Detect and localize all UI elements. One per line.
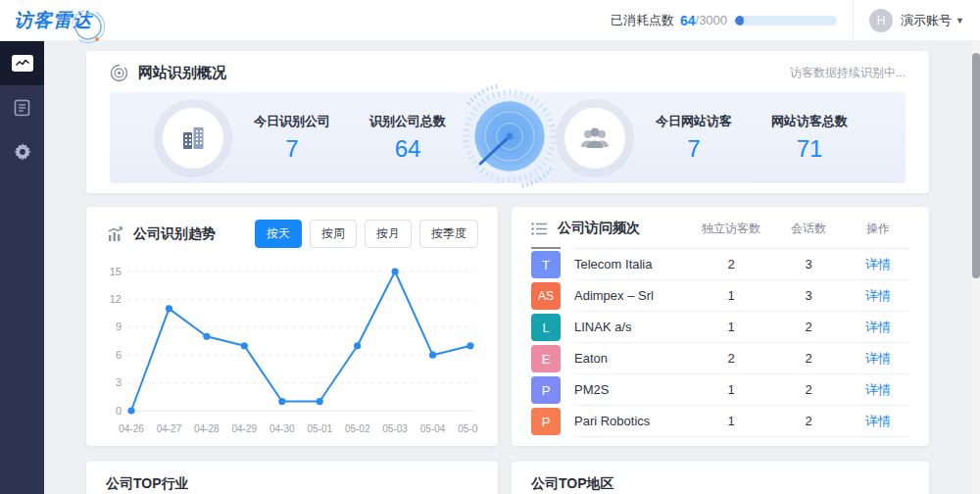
top-industry-title: 公司TOP行业 xyxy=(106,475,478,493)
trend-line-chart: 0369121504-2604-2704-2804-2904-3005-0105… xyxy=(106,258,478,444)
sessions-value: 2 xyxy=(770,382,847,397)
app-logo[interactable]: 访客雷达 xyxy=(0,8,137,33)
svg-text:9: 9 xyxy=(116,321,122,332)
topbar-divider xyxy=(853,0,854,41)
detail-link[interactable]: 详情 xyxy=(847,381,909,399)
table-row: EEaton22详情 xyxy=(531,343,909,374)
trend-tab-0[interactable]: 按天 xyxy=(255,220,302,248)
stat-value: 7 xyxy=(647,135,741,163)
scrollbar-thumb[interactable] xyxy=(972,53,980,278)
svg-text:05-02: 05-02 xyxy=(345,423,370,434)
document-list-icon xyxy=(14,99,30,117)
stat-label: 识别公司总数 xyxy=(361,113,455,130)
svg-text:04-26: 04-26 xyxy=(119,423,144,434)
table-row: ASAdimpex – Srl13详情 xyxy=(531,280,909,312)
list-icon xyxy=(531,222,548,236)
company-name: Adimpex – Srl xyxy=(574,288,692,303)
table-row: PPM2S12详情 xyxy=(531,374,909,406)
company-avatar: P xyxy=(531,376,561,404)
sessions-value: 2 xyxy=(770,320,847,334)
detail-link[interactable]: 详情 xyxy=(847,287,909,305)
svg-text:0: 0 xyxy=(116,405,122,417)
chevron-down-icon: ▼ xyxy=(956,16,964,25)
company-name: Pari Robotics xyxy=(574,414,692,428)
stat-visitors-total: 网站访客总数 71 xyxy=(762,113,857,163)
overview-title: 网站识别概况 xyxy=(138,64,226,82)
trend-chart-icon xyxy=(106,226,123,242)
company-name: Eaton xyxy=(574,351,692,366)
company-avatar: T xyxy=(531,251,561,278)
visitors-people-icon xyxy=(564,108,625,169)
detail-link[interactable]: 详情 xyxy=(847,350,909,368)
svg-text:12: 12 xyxy=(110,293,122,305)
svg-text:05-01: 05-01 xyxy=(307,423,332,434)
detail-link[interactable]: 详情 xyxy=(847,256,909,273)
sidebar xyxy=(0,41,44,494)
gear-icon xyxy=(14,143,31,161)
top-region-title: 公司TOP地区 xyxy=(531,475,909,493)
points-consumed-label: 已消耗点数 xyxy=(611,12,674,29)
sessions-value: 2 xyxy=(770,351,847,366)
top-bar: 访客雷达 已消耗点数 64 /3000 H 演示账号 ▼ xyxy=(0,0,980,41)
page-scrollbar xyxy=(972,41,980,494)
unique-visitors-value: 1 xyxy=(692,382,770,397)
company-name: Telecom Italia xyxy=(574,257,692,272)
stat-companies-today: 今日识别公司 7 xyxy=(245,113,339,163)
overview-stat-panel: 今日识别公司 7 识别公司总数 64 xyxy=(110,92,906,183)
table-row: TTelecom Italia23详情 xyxy=(531,249,909,280)
stat-companies-total: 识别公司总数 64 xyxy=(361,113,455,163)
svg-text:04-27: 04-27 xyxy=(157,423,182,434)
top-region-card: 公司TOP地区 xyxy=(512,462,929,494)
avatar: H xyxy=(869,9,893,32)
svg-text:05-04: 05-04 xyxy=(420,423,446,434)
stat-label: 今日网站访客 xyxy=(647,113,741,130)
sidebar-item-settings[interactable] xyxy=(0,129,44,173)
top-industry-card: 公司TOP行业 xyxy=(86,462,498,494)
company-name: PM2S xyxy=(574,382,692,397)
company-trend-card: 公司识别趋势 按天按周按月按季度 0369121504-2604-2704-28… xyxy=(86,207,498,446)
company-avatar: E xyxy=(531,345,561,372)
unique-visitors-value: 1 xyxy=(692,288,770,303)
points-total-value: /3000 xyxy=(696,13,728,27)
svg-text:05-05: 05-05 xyxy=(458,423,478,434)
svg-text:04-28: 04-28 xyxy=(194,423,220,434)
radar-logo-icon xyxy=(71,10,106,45)
frequency-rows: TTelecom Italia23详情ASAdimpex – Srl13详情LL… xyxy=(531,249,909,437)
recognition-status-text: 访客数据持续识别中... xyxy=(790,65,906,81)
company-avatar: L xyxy=(531,314,561,341)
table-row: LLINAK a/s12详情 xyxy=(531,312,909,343)
dashboard-monitor-icon xyxy=(12,55,33,72)
stat-value: 64 xyxy=(361,135,455,163)
company-name: LINAK a/s xyxy=(574,320,692,334)
points-used-value: 64 xyxy=(680,13,696,28)
svg-text:05-03: 05-03 xyxy=(382,423,408,434)
unique-visitors-value: 1 xyxy=(692,414,770,428)
detail-link[interactable]: 详情 xyxy=(847,413,909,430)
main-content: 网站识别概况 访客数据持续识别中... xyxy=(44,41,972,494)
sidebar-item-records[interactable] xyxy=(0,85,44,129)
detail-link[interactable]: 详情 xyxy=(847,319,909,336)
frequency-title: 公司访问频次 xyxy=(558,220,640,237)
site-recognition-overview-card: 网站识别概况 访客数据持续识别中... xyxy=(86,51,929,193)
company-buildings-icon xyxy=(163,108,223,169)
points-progress-fill xyxy=(735,16,744,25)
sessions-value: 2 xyxy=(770,414,847,428)
unique-visitors-value: 2 xyxy=(692,351,770,366)
trend-tab-3[interactable]: 按季度 xyxy=(419,220,478,248)
company-avatar: AS xyxy=(531,282,561,310)
column-header-unique-visitors: 独立访客数 xyxy=(692,221,770,237)
stat-label: 今日识别公司 xyxy=(245,113,339,130)
trend-tab-2[interactable]: 按月 xyxy=(365,220,412,248)
trend-period-tabs: 按天按周按月按季度 xyxy=(255,220,478,248)
unique-visitors-value: 1 xyxy=(692,320,770,334)
account-menu[interactable]: H 演示账号 ▼ xyxy=(869,9,980,32)
stat-label: 网站访客总数 xyxy=(762,113,857,130)
stat-visitors-today: 今日网站访客 7 xyxy=(647,113,741,163)
account-name: 演示账号 xyxy=(901,12,952,29)
trend-tab-1[interactable]: 按周 xyxy=(310,220,357,248)
frequency-header-divider xyxy=(531,247,909,249)
sidebar-item-dashboard[interactable] xyxy=(0,41,44,85)
points-progress-bar xyxy=(735,16,837,25)
stat-value: 7 xyxy=(245,135,339,163)
column-header-sessions: 会话数 xyxy=(770,221,847,237)
